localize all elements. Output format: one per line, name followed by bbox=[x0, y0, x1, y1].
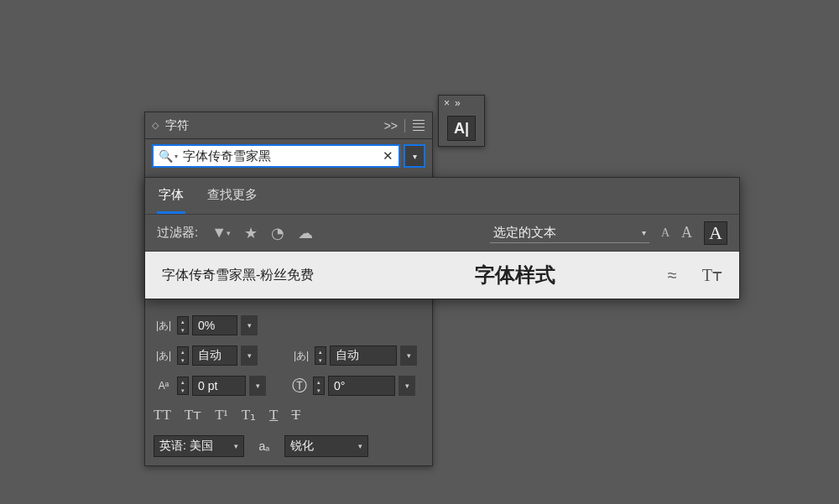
preview-size-large[interactable]: A bbox=[704, 221, 727, 245]
tsume-value[interactable]: 0% bbox=[192, 315, 237, 335]
baseline-stepper[interactable]: ▴▾ bbox=[177, 377, 189, 395]
tab-find-more[interactable]: 查找更多 bbox=[206, 179, 259, 214]
filter-funnel-icon[interactable]: ▼▾ bbox=[211, 224, 231, 242]
font-dropdown-button[interactable] bbox=[404, 144, 425, 168]
font-search-row: 🔍 ▾ ✕ bbox=[145, 139, 432, 173]
kern-left-value[interactable]: 自动 bbox=[192, 346, 237, 366]
bottom-row: 英语: 美国 aₐ 锐化 bbox=[145, 432, 432, 465]
text-style-row: TT Tᴛ T¹ T₁ T T bbox=[145, 401, 432, 432]
font-search-input[interactable] bbox=[183, 149, 383, 164]
antialias-select[interactable]: 锐化 bbox=[284, 435, 368, 457]
font-result-sample: 字体样式 bbox=[388, 262, 643, 288]
kern-right-dropdown[interactable] bbox=[400, 346, 417, 366]
tsume-icon: |あ| bbox=[154, 318, 174, 333]
font-tabs: 字体 查找更多 bbox=[145, 178, 739, 215]
filter-favorite-icon[interactable] bbox=[244, 224, 258, 242]
subscript-button[interactable]: T₁ bbox=[242, 406, 256, 423]
rotate-stepper[interactable]: ▴▾ bbox=[313, 377, 325, 395]
dock-close-icon[interactable]: × bbox=[444, 97, 450, 109]
search-icon: 🔍 bbox=[159, 149, 173, 163]
chevron-down-icon bbox=[234, 442, 238, 450]
allcaps-button[interactable]: TT bbox=[154, 407, 171, 423]
baseline-icon: Aª bbox=[154, 378, 174, 393]
rotate-value[interactable]: 0° bbox=[328, 376, 395, 396]
kern-left-stepper[interactable]: ▴▾ bbox=[177, 346, 189, 365]
panel-expand-icon[interactable]: >> bbox=[384, 119, 398, 132]
underline-button[interactable]: T bbox=[269, 407, 278, 423]
dock-expand-icon[interactable]: » bbox=[455, 97, 461, 109]
antialias-value: 锐化 bbox=[290, 439, 314, 454]
antialias-icon: aₐ bbox=[253, 439, 276, 454]
rotate-dropdown[interactable] bbox=[399, 376, 415, 396]
panel-menu-icon[interactable] bbox=[412, 120, 425, 131]
preview-text-value: 选定的文本 bbox=[493, 225, 556, 241]
rotate-icon: Ⓣ bbox=[289, 378, 310, 393]
preview-text-select[interactable]: 选定的文本 bbox=[490, 223, 649, 243]
language-select[interactable]: 英语: 美国 bbox=[154, 435, 244, 457]
kern-right-stepper[interactable]: ▴▾ bbox=[315, 346, 326, 365]
tsume-row: |あ| ▴▾ 0% bbox=[145, 310, 432, 340]
tsume-dropdown[interactable] bbox=[241, 315, 258, 335]
chevron-down-icon bbox=[358, 442, 362, 450]
font-result-row[interactable]: 字体传奇雪家黑-粉丝免费 字体样式 ≈ Tᴛ bbox=[145, 252, 739, 299]
similar-fonts-icon[interactable]: ≈ bbox=[668, 266, 677, 285]
preview-size-medium[interactable]: A bbox=[681, 224, 692, 242]
filter-cloud-icon[interactable] bbox=[298, 224, 313, 242]
character-panel-icon[interactable]: A| bbox=[447, 116, 476, 141]
smallcaps-button[interactable]: Tᴛ bbox=[185, 406, 201, 423]
preview-size-small[interactable]: A bbox=[661, 226, 670, 240]
baseline-dropdown[interactable] bbox=[249, 376, 266, 396]
font-search-box[interactable]: 🔍 ▾ ✕ bbox=[152, 144, 400, 168]
kerning-row: |あ| ▴▾ 自动 |あ| ▴▾ 自动 bbox=[145, 340, 432, 371]
kern-right-icon: |あ| bbox=[291, 348, 311, 363]
chevron-down-icon bbox=[642, 228, 646, 237]
kern-left-dropdown[interactable] bbox=[241, 346, 258, 366]
panel-title: 字符 bbox=[165, 118, 384, 133]
font-picker-popover: 字体 查找更多 过滤器: ▼▾ 选定的文本 A A A 字体传奇雪家黑-粉丝免费… bbox=[144, 177, 740, 299]
collapse-icon[interactable]: ◇ bbox=[152, 122, 160, 130]
strikethrough-button[interactable]: T bbox=[291, 407, 300, 423]
dock-mini-panel: × » A| bbox=[438, 95, 485, 147]
chevron-down-icon bbox=[413, 152, 417, 161]
panel-header: ◇ 字符 >> bbox=[145, 112, 432, 139]
language-value: 英语: 美国 bbox=[159, 439, 213, 454]
filter-label: 过滤器: bbox=[157, 225, 198, 241]
baseline-row: Aª ▴▾ 0 pt Ⓣ ▴▾ 0° bbox=[145, 371, 432, 401]
font-result-name: 字体传奇雪家黑-粉丝免费 bbox=[162, 267, 363, 284]
superscript-button[interactable]: T¹ bbox=[215, 407, 227, 423]
clear-search-icon[interactable]: ✕ bbox=[383, 148, 393, 164]
baseline-value[interactable]: 0 pt bbox=[192, 376, 246, 396]
kern-left-icon: |あ| bbox=[154, 348, 174, 363]
kern-right-value[interactable]: 自动 bbox=[330, 346, 397, 366]
tsume-stepper[interactable]: ▴▾ bbox=[177, 316, 189, 335]
filter-recent-icon[interactable] bbox=[271, 224, 284, 242]
font-type-icon: Tᴛ bbox=[702, 265, 722, 285]
tab-fonts[interactable]: 字体 bbox=[157, 179, 185, 214]
search-mode-chevron-icon[interactable]: ▾ bbox=[175, 153, 178, 160]
filter-row: 过滤器: ▼▾ 选定的文本 A A A bbox=[145, 215, 739, 252]
separator bbox=[404, 119, 405, 132]
